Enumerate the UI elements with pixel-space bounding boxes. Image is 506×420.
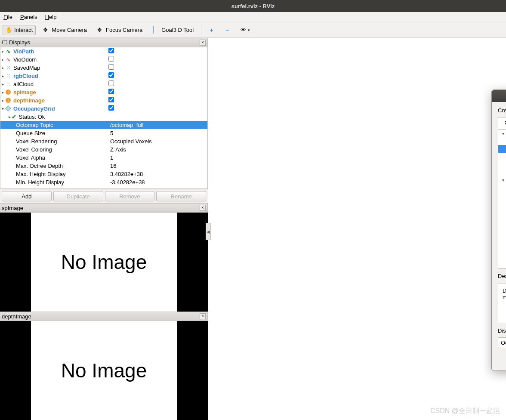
displays-buttons: Add Duplicate Remove Rename bbox=[0, 189, 208, 203]
add-display-dialog: rviz × Create visualization By display t… bbox=[491, 90, 506, 371]
monitor-icon: 🖵 bbox=[2, 39, 7, 46]
visibility-checkbox[interactable] bbox=[108, 80, 114, 86]
display-type-tree[interactable]: ▾octomap_rviz_pluginsColorOccupancyGridO… bbox=[498, 129, 506, 269]
type-item[interactable]: ☁DepthCloud bbox=[498, 199, 506, 207]
visibility-checkbox[interactable] bbox=[108, 48, 114, 53]
type-item[interactable]: FluidPressure bbox=[498, 215, 506, 222]
tree-property[interactable]: Voxel RenderingOccupied Voxels bbox=[0, 137, 207, 145]
displays-tree[interactable]: ▸∿VioPath▸∿VioOdom▸⁙SavedMap▸⁙rgbCloud▸⁙… bbox=[0, 47, 208, 189]
type-item[interactable]: OccupancyGridStamped bbox=[498, 153, 506, 161]
menu-bar: File Panels Help bbox=[0, 12, 506, 22]
collapse-handle[interactable]: ◀ bbox=[206, 223, 211, 240]
type-item[interactable]: 🔵Effort bbox=[498, 207, 506, 215]
menu-file[interactable]: File bbox=[3, 14, 12, 20]
menu-panels[interactable]: Panels bbox=[20, 14, 37, 20]
spimage-title: spImage bbox=[2, 205, 23, 211]
depthimage-panel-header[interactable]: depthImage × bbox=[0, 312, 208, 321]
tool-minus[interactable]: － bbox=[222, 25, 233, 36]
type-item[interactable]: ⊞Grid bbox=[498, 222, 506, 230]
description-text: Displays 3D occupancy grids generated fr… bbox=[498, 284, 506, 323]
window-titlebar: surfel.rviz - RViz bbox=[0, 0, 506, 12]
depthimage-view: No Image bbox=[0, 321, 208, 420]
create-viz-label: Create visualization bbox=[498, 107, 506, 114]
tool-plus[interactable]: ＋ bbox=[206, 25, 217, 36]
no-image-label: No Image bbox=[31, 213, 177, 312]
hand-icon: ✋ bbox=[6, 27, 12, 34]
tree-item[interactable]: ▸∿VioPath bbox=[0, 47, 207, 56]
move-icon: ✥ bbox=[43, 27, 50, 34]
type-item[interactable]: ColorOccupancyGrid bbox=[498, 137, 506, 145]
item-icon: ! bbox=[5, 89, 12, 96]
visibility-checkbox[interactable] bbox=[108, 89, 114, 94]
tree-property[interactable]: ▸✔ Status: Ok bbox=[0, 113, 207, 121]
spimage-view: No Image bbox=[0, 213, 208, 312]
tree-item[interactable]: ▾OccupancyGrid bbox=[0, 105, 207, 113]
plus-icon: ＋ bbox=[209, 26, 214, 34]
description-label: Description: bbox=[498, 273, 506, 279]
tool-eye[interactable]: 👁▾ bbox=[238, 25, 253, 35]
tree-property[interactable]: Queue Size5 bbox=[0, 129, 207, 137]
toolbar: ✋Interact ✥Move Camera ✥Focus Camera Goa… bbox=[0, 22, 506, 38]
add-button[interactable]: Add bbox=[2, 191, 52, 201]
tool-interact[interactable]: ✋Interact bbox=[3, 25, 36, 35]
display-name-label: Display Name bbox=[498, 327, 506, 334]
type-item[interactable]: ⅄Axes bbox=[498, 184, 506, 191]
tree-item[interactable]: ▸⁙allCloud bbox=[0, 80, 207, 88]
focus-icon: ✥ bbox=[97, 27, 104, 34]
type-item[interactable]: ▾octomap_rviz_plugins bbox=[498, 130, 506, 137]
item-icon: ! bbox=[5, 97, 12, 104]
visibility-checkbox[interactable] bbox=[108, 105, 114, 111]
tab-by-display-type[interactable]: By display type bbox=[498, 117, 506, 129]
separator bbox=[201, 25, 201, 35]
remove-button[interactable]: Remove bbox=[105, 191, 155, 201]
display-type-tabs: By display type By topic bbox=[498, 117, 506, 129]
visibility-checkbox[interactable] bbox=[108, 56, 114, 62]
watermark: CSDN @全日制一起混 bbox=[430, 407, 500, 416]
tree-property[interactable]: Voxel Alpha1 bbox=[0, 154, 207, 162]
item-icon: ∿ bbox=[5, 48, 12, 55]
eye-icon: 👁 bbox=[241, 27, 246, 33]
no-image-label: No Image bbox=[31, 321, 177, 420]
item-icon: ∿ bbox=[5, 56, 12, 63]
spimage-panel-header[interactable]: spImage × bbox=[0, 203, 208, 213]
dialog-titlebar[interactable]: rviz × bbox=[492, 90, 506, 102]
displays-panel-header[interactable]: 🖵 Displays × bbox=[0, 38, 208, 47]
tree-item[interactable]: ▸⁙rgbCloud bbox=[0, 72, 207, 80]
3d-viewport[interactable]: ◀ rviz × Create visualization By display… bbox=[208, 38, 506, 420]
tree-property[interactable]: Max. Octree Depth16 bbox=[0, 162, 207, 170]
type-item[interactable]: 🎥Camera bbox=[498, 191, 506, 199]
depthimage-title: depthImage bbox=[2, 313, 31, 320]
tree-item[interactable]: ▸!depthImage bbox=[0, 96, 207, 105]
window-title: surfel.rviz - RViz bbox=[231, 3, 275, 9]
type-item[interactable]: OccupancyMap bbox=[498, 161, 506, 168]
type-item[interactable]: ▾rviz bbox=[498, 176, 506, 184]
tool-focus-camera[interactable]: ✥Focus Camera bbox=[94, 25, 145, 35]
type-item[interactable]: OccupancyGrid bbox=[498, 145, 506, 153]
tree-property[interactable]: Max. Height Display3.40282e+38 bbox=[0, 170, 207, 178]
tree-item[interactable]: ▸∿VioOdom bbox=[0, 56, 207, 64]
type-item[interactable]: 🖼Image bbox=[498, 253, 506, 261]
tree-property[interactable]: Voxel ColoringZ-Axis bbox=[0, 145, 207, 154]
tool-goal-3d[interactable]: Goal3 D Tool bbox=[150, 25, 197, 35]
close-icon[interactable]: × bbox=[200, 205, 206, 211]
type-item[interactable]: Group bbox=[498, 238, 506, 246]
menu-help[interactable]: Help bbox=[45, 14, 57, 20]
diamond-icon bbox=[153, 27, 160, 34]
duplicate-button[interactable]: Duplicate bbox=[53, 191, 103, 201]
chevron-down-icon: ▾ bbox=[248, 28, 250, 32]
tree-property[interactable]: Octomap Topic/octomap_full bbox=[0, 121, 207, 129]
tree-item[interactable]: ▸⁙SavedMap bbox=[0, 64, 207, 72]
type-item[interactable]: ▦GridCells bbox=[498, 230, 506, 238]
close-icon[interactable]: × bbox=[200, 40, 206, 46]
type-item[interactable]: OccupancyMapStamped bbox=[498, 168, 506, 176]
visibility-checkbox[interactable] bbox=[108, 97, 114, 102]
tree-property[interactable]: Min. Height Display-3.40282e+38 bbox=[0, 178, 207, 186]
tool-move-camera[interactable]: ✥Move Camera bbox=[40, 25, 90, 35]
type-item[interactable]: 💡Illuminance bbox=[498, 246, 506, 253]
display-name-input[interactable] bbox=[498, 337, 506, 348]
visibility-checkbox[interactable] bbox=[108, 72, 114, 78]
close-icon[interactable]: × bbox=[200, 313, 206, 319]
tree-item[interactable]: ▸!spImage bbox=[0, 88, 207, 96]
rename-button[interactable]: Rename bbox=[156, 191, 206, 201]
visibility-checkbox[interactable] bbox=[108, 64, 114, 70]
